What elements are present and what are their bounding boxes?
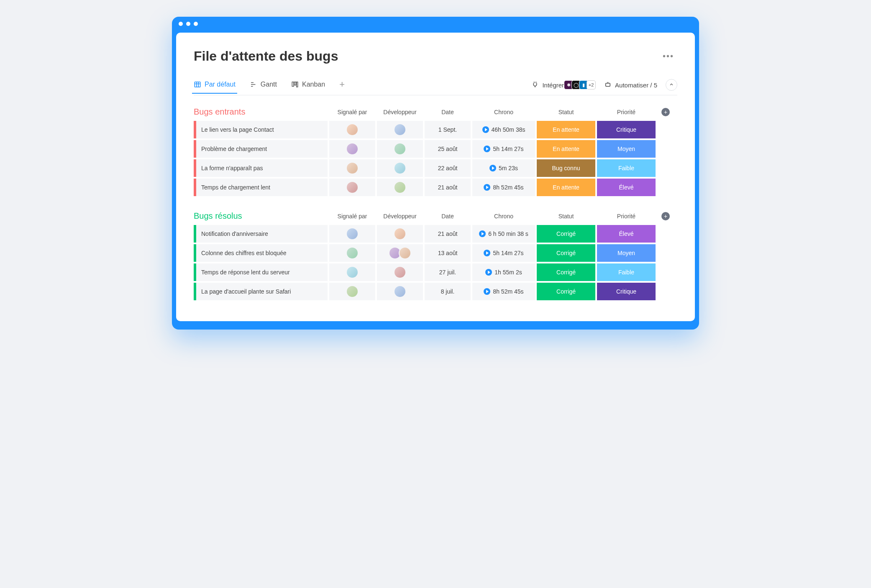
- priority-cell[interactable]: Moyen: [597, 244, 656, 262]
- timer-cell[interactable]: 46h 50m 38s: [472, 121, 535, 138]
- status-cell[interactable]: En attente: [537, 121, 595, 138]
- reporter-cell[interactable]: [329, 121, 375, 138]
- group-title[interactable]: Bugs entrants: [194, 107, 328, 117]
- play-icon[interactable]: [484, 288, 490, 295]
- developer-cell[interactable]: [377, 283, 423, 300]
- more-options-button[interactable]: •••: [659, 50, 677, 63]
- column-header-priority[interactable]: Priorité: [597, 213, 656, 220]
- table-row[interactable]: Temps de réponse lent du serveur27 juil.…: [194, 263, 677, 281]
- automate-button[interactable]: Automatiser / 5: [604, 81, 657, 89]
- reporter-cell[interactable]: [329, 140, 375, 158]
- column-header-reporter[interactable]: Signalé par: [329, 213, 375, 220]
- task-name-cell[interactable]: La page d'accueil plante sur Safari: [194, 283, 328, 300]
- timer-cell[interactable]: 8h 52m 45s: [472, 283, 535, 300]
- status-cell[interactable]: Corrigé: [537, 283, 595, 300]
- date-cell[interactable]: 1 Sept.: [425, 121, 471, 138]
- play-icon[interactable]: [479, 230, 486, 237]
- date-cell[interactable]: 21 août: [425, 225, 471, 243]
- status-cell[interactable]: En attente: [537, 140, 595, 158]
- view-tab-gantt[interactable]: Gantt: [250, 81, 277, 93]
- table-row[interactable]: Colonne des chiffres est bloquée13 août5…: [194, 244, 677, 262]
- date-cell[interactable]: 22 août: [425, 159, 471, 177]
- timer-cell[interactable]: 8h 52m 45s: [472, 179, 535, 196]
- task-name-cell[interactable]: Colonne des chiffres est bloquée: [194, 244, 328, 262]
- table-row[interactable]: Temps de chargement lent21 août8h 52m 45…: [194, 179, 677, 196]
- priority-cell[interactable]: Critique: [597, 121, 656, 138]
- add-column-button[interactable]: +: [661, 108, 670, 116]
- task-name-cell[interactable]: Problème de chargement: [194, 140, 328, 158]
- timer-cell[interactable]: 6 h 50 min 38 s: [472, 225, 535, 243]
- column-header-timer[interactable]: Chrono: [472, 213, 535, 220]
- date-cell[interactable]: 25 août: [425, 140, 471, 158]
- status-cell[interactable]: Corrigé: [537, 225, 595, 243]
- table-row[interactable]: Le lien vers la page Contact1 Sept.46h 5…: [194, 121, 677, 138]
- reporter-cell[interactable]: [329, 283, 375, 300]
- play-icon[interactable]: [484, 250, 490, 256]
- status-cell[interactable]: Corrigé: [537, 244, 595, 262]
- developer-cell[interactable]: [377, 159, 423, 177]
- more-integrations-badge[interactable]: +2: [587, 80, 596, 89]
- developer-cell[interactable]: [377, 179, 423, 196]
- column-header-date[interactable]: Date: [425, 109, 471, 115]
- reporter-cell[interactable]: [329, 225, 375, 243]
- column-header-status[interactable]: Statut: [537, 213, 595, 220]
- column-header-developer[interactable]: Développeur: [377, 213, 423, 220]
- task-name-cell[interactable]: Temps de réponse lent du serveur: [194, 263, 328, 281]
- date-cell[interactable]: 8 juil.: [425, 283, 471, 300]
- priority-cell[interactable]: Faible: [597, 159, 656, 177]
- add-column-button[interactable]: +: [661, 212, 670, 220]
- timer-cell[interactable]: 5m 23s: [472, 159, 535, 177]
- play-icon[interactable]: [484, 146, 490, 152]
- collapse-toolbar-button[interactable]: [666, 79, 677, 91]
- task-name-cell[interactable]: La forme n'apparaît pas: [194, 159, 328, 177]
- task-name-cell[interactable]: Temps de chargement lent: [194, 179, 328, 196]
- developer-cell[interactable]: [377, 121, 423, 138]
- column-header-date[interactable]: Date: [425, 213, 471, 220]
- priority-cell[interactable]: Faible: [597, 263, 656, 281]
- column-header-reporter[interactable]: Signalé par: [329, 109, 375, 115]
- timer-cell[interactable]: 1h 55m 2s: [472, 263, 535, 281]
- priority-cell[interactable]: Critique: [597, 283, 656, 300]
- add-view-button[interactable]: +: [339, 81, 345, 93]
- column-header-developer[interactable]: Développeur: [377, 109, 423, 115]
- developer-cell[interactable]: [377, 225, 423, 243]
- date-cell[interactable]: 27 juil.: [425, 263, 471, 281]
- column-header-timer[interactable]: Chrono: [472, 109, 535, 115]
- play-icon[interactable]: [484, 184, 490, 191]
- play-icon[interactable]: [485, 269, 492, 276]
- table-row[interactable]: Notification d'anniversaire21 août6 h 50…: [194, 225, 677, 243]
- priority-cell[interactable]: Élevé: [597, 179, 656, 196]
- task-name-cell[interactable]: Le lien vers la page Contact: [194, 121, 328, 138]
- integrate-button[interactable]: Intégrer ✱ ◯ ▮ +2: [531, 80, 596, 89]
- date-cell[interactable]: 21 août: [425, 179, 471, 196]
- priority-cell[interactable]: Moyen: [597, 140, 656, 158]
- group-title[interactable]: Bugs résolus: [194, 211, 328, 221]
- timer-cell[interactable]: 5h 14m 27s: [472, 140, 535, 158]
- table-row[interactable]: Problème de chargement25 août5h 14m 27sE…: [194, 140, 677, 158]
- priority-cell[interactable]: Élevé: [597, 225, 656, 243]
- reporter-cell[interactable]: [329, 244, 375, 262]
- toolbar: Par défaut Gantt Kanban +: [194, 79, 677, 95]
- status-cell[interactable]: Corrigé: [537, 263, 595, 281]
- date-cell[interactable]: 13 août: [425, 244, 471, 262]
- timer-cell[interactable]: 5h 14m 27s: [472, 244, 535, 262]
- reporter-cell[interactable]: [329, 263, 375, 281]
- developer-cell[interactable]: [377, 140, 423, 158]
- table-row[interactable]: La page d'accueil plante sur Safari8 jui…: [194, 283, 677, 300]
- developer-cell[interactable]: [377, 263, 423, 281]
- play-icon[interactable]: [482, 126, 489, 133]
- table-row[interactable]: La forme n'apparaît pas22 août5m 23sBug …: [194, 159, 677, 177]
- avatar: [346, 162, 359, 174]
- reporter-cell[interactable]: [329, 159, 375, 177]
- status-cell[interactable]: En attente: [537, 179, 595, 196]
- view-tab-default[interactable]: Par défaut: [194, 81, 236, 93]
- column-header-priority[interactable]: Priorité: [597, 109, 656, 115]
- task-name-cell[interactable]: Notification d'anniversaire: [194, 225, 328, 243]
- reporter-cell[interactable]: [329, 179, 375, 196]
- view-tab-kanban[interactable]: Kanban: [291, 81, 325, 93]
- developer-cell[interactable]: [377, 244, 423, 262]
- play-icon[interactable]: [489, 165, 496, 171]
- robot-icon: [604, 81, 612, 89]
- status-cell[interactable]: Bug connu: [537, 159, 595, 177]
- column-header-status[interactable]: Statut: [537, 109, 595, 115]
